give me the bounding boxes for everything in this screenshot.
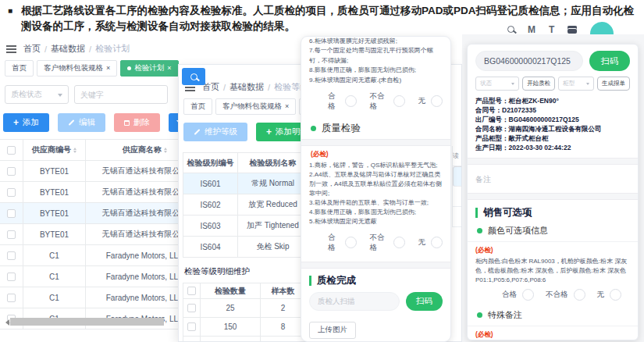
breadcrumb-basedata[interactable]: 基础数据 [229, 81, 264, 93]
filter-bar: 质检状态 [0, 78, 181, 106]
scan-button[interactable]: 扫码 [589, 51, 630, 71]
start-inspection-button[interactable]: 开始质检 [522, 77, 555, 91]
plus-icon: + [266, 127, 272, 137]
header-search-icon[interactable] [507, 26, 514, 33]
table-row[interactable]: BYTE01 无锡百通达科技有限公司 [0, 182, 181, 203]
divider [468, 193, 638, 200]
close-icon[interactable]: × [285, 103, 289, 110]
status-select[interactable]: 状态 [475, 77, 519, 91]
table-row[interactable]: C1 Faradyne Motors, LLC [0, 245, 181, 266]
radio-circle[interactable] [610, 289, 621, 301]
hamburger-icon[interactable] [6, 45, 16, 53]
green-dot-icon [477, 312, 482, 318]
chevron-down-icon [511, 83, 514, 87]
info-line: 合同号：D21072335 [475, 105, 630, 115]
required-tag: (必检) [475, 330, 630, 340]
edit-button[interactable]: 编辑 [58, 113, 105, 132]
chevron-down-icon [58, 94, 62, 99]
maintain-level-button[interactable]: 维护等级 [183, 123, 247, 141]
fragment-label: 读检 [453, 146, 462, 166]
scroll-left-arrow[interactable] [2, 319, 9, 326]
radio-circle[interactable] [431, 95, 443, 107]
supplier-table: 供应商编号 供应商名称 BYTE01 无锡百通达科技有限公司 BYTE01 无锡… [0, 139, 181, 330]
tab-packing-spec[interactable]: 客户物料包装规格× [215, 98, 296, 115]
radio-circle[interactable] [393, 95, 405, 107]
section-quality: 质量检验 [311, 122, 443, 135]
tab-inspection-plan[interactable]: 检验计划× [120, 60, 178, 77]
section-sales-options: 销售可选项 [475, 206, 630, 219]
table-row[interactable]: IS603 加严 Tightened [183, 216, 308, 237]
horizontal-scrollbar[interactable] [10, 318, 164, 326]
row-checkbox[interactable] [187, 304, 196, 312]
radio-circle[interactable] [345, 237, 357, 248]
row-checkbox[interactable] [7, 294, 16, 302]
table-row[interactable]: C1 Faradyne Motors, LLC [0, 287, 181, 308]
close-icon[interactable]: × [106, 65, 110, 72]
table-row[interactable]: C1 Faradyne Motors, LLC [0, 266, 181, 287]
keyword-input[interactable] [74, 85, 168, 104]
row-checkbox[interactable] [7, 230, 16, 239]
serial-scan-row: 扫码 [475, 51, 630, 71]
sort-icon[interactable] [73, 148, 76, 153]
row-checkbox[interactable] [7, 209, 16, 218]
breadcrumb-basedata[interactable]: 基础数据 [51, 43, 85, 55]
table-row[interactable]: BYTE01 无锡百通达科技有限公司 [0, 224, 181, 245]
inspector-scan-input[interactable] [309, 292, 400, 311]
sort-icon[interactable] [164, 148, 167, 153]
radio-label: 不合格 [370, 233, 388, 253]
tab-home[interactable]: 首页 [5, 60, 34, 77]
green-bar-icon [475, 208, 478, 218]
tab-home[interactable]: 首页 [183, 98, 212, 115]
table-row[interactable]: 1200 8 [183, 337, 306, 342]
checklist-line: 5.柜体玻璃固定间无遮蔽 [309, 217, 443, 226]
table-row[interactable]: IS604 免检 Skip [183, 237, 308, 258]
cabinet-type-select[interactable]: 柜型 [558, 77, 594, 91]
table-row[interactable]: 150 8 [183, 318, 306, 337]
table-row[interactable]: BYTE01 无锡百通达科技有限公司 [0, 203, 181, 224]
serial-input[interactable] [475, 51, 583, 71]
radio-circle[interactable] [431, 237, 443, 248]
radio-circle[interactable] [393, 237, 405, 248]
search-icon [190, 73, 197, 80]
close-icon[interactable]: × [167, 65, 171, 72]
upload-image-button[interactable]: 上传图片 [309, 322, 356, 339]
select-all-checkbox[interactable] [187, 287, 196, 295]
table-row[interactable]: IS601 常规 Normal [183, 173, 308, 194]
header-t-icon[interactable]: T [549, 24, 554, 35]
table-row[interactable]: IS602 放宽 Reduced [183, 194, 308, 216]
row-checkbox[interactable] [7, 167, 16, 176]
radio-group: 合格不合格无 [309, 85, 443, 118]
status-select[interactable]: 质检状态 [5, 85, 69, 104]
divider [301, 139, 450, 146]
detail-table-body: 25 2 150 8 1200 8 [183, 299, 306, 342]
search-button[interactable] [182, 68, 205, 85]
header-grid-icon[interactable] [568, 26, 577, 34]
delete-button[interactable]: 删除 [114, 113, 160, 132]
row-checkbox[interactable] [7, 188, 16, 197]
breadcrumb-home[interactable]: 首页 [23, 43, 41, 55]
radio-circle[interactable] [522, 289, 534, 301]
table-row[interactable]: BYTE01 无锡百通达科技有限公司 [0, 161, 181, 182]
header-m-icon[interactable]: M [528, 24, 535, 35]
row-checkbox[interactable] [7, 251, 16, 260]
note-input[interactable]: 备注 [475, 170, 630, 187]
radio-circle[interactable] [574, 289, 585, 301]
radio-group: 合格不合格无 [475, 284, 630, 305]
checklist-line: 3.箱体及附件箱的五联单、实物与订单一致; [309, 198, 443, 208]
table-row[interactable]: 25 2 [183, 299, 306, 318]
green-dot-icon [311, 126, 316, 131]
scan-button[interactable]: 扫码 [406, 292, 443, 311]
add-button[interactable]: +添加 [3, 113, 49, 132]
required-tag: (必检) [475, 246, 630, 255]
radio-circle[interactable] [345, 95, 357, 107]
tab-packing-spec[interactable]: 客户物料包装规格× [37, 60, 117, 77]
row-checkbox[interactable] [187, 322, 196, 331]
radio-label: 合格 [328, 91, 340, 112]
level-table-header: 检验级别编号 检验级别名称 [183, 153, 308, 173]
toolbar: +添加 编辑 删除 [0, 106, 181, 137]
row-checkbox[interactable] [7, 273, 16, 281]
required-tag: (必检) [311, 150, 441, 159]
select-all-checkbox[interactable] [7, 146, 16, 155]
radio-label: 无 [418, 237, 426, 248]
generate-report-button[interactable]: 生成报单 [597, 77, 630, 91]
